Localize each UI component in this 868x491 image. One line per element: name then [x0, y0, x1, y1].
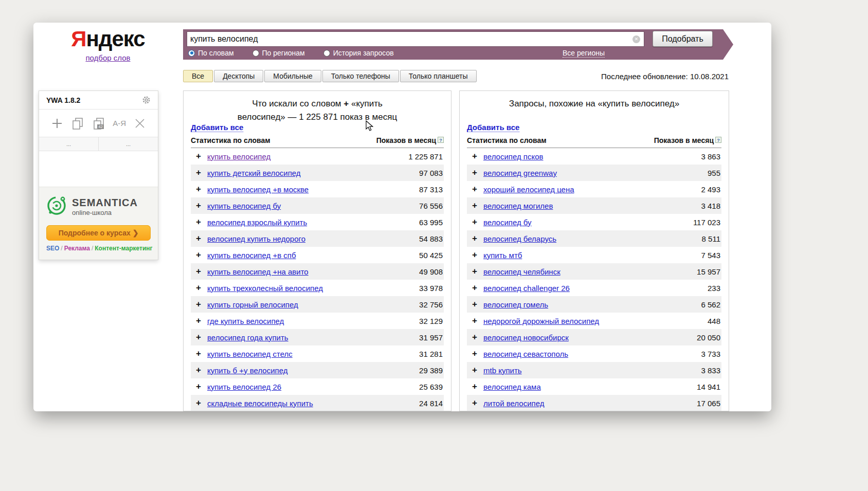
- impressions-value: 7 543: [701, 251, 720, 260]
- keyword-link[interactable]: велосипед greenway: [483, 169, 557, 177]
- add-term-button[interactable]: +: [192, 266, 207, 277]
- add-term-button[interactable]: +: [192, 217, 207, 227]
- add-term-button[interactable]: +: [468, 349, 483, 359]
- mode-history[interactable]: История запросов: [323, 49, 394, 57]
- add-term-button[interactable]: +: [192, 349, 207, 359]
- all-regions-link[interactable]: Все регионы: [563, 49, 605, 58]
- add-term-button[interactable]: +: [192, 332, 207, 342]
- search-button[interactable]: Подобрать: [653, 31, 713, 47]
- keyword-link[interactable]: где купить велосипед: [207, 317, 284, 325]
- add-term-button[interactable]: +: [192, 316, 207, 326]
- add-term-button[interactable]: +: [468, 365, 483, 375]
- keyword-link[interactable]: купить велосипед: [207, 152, 270, 161]
- add-term-button[interactable]: +: [468, 201, 483, 211]
- mode-by-regions[interactable]: По регионам: [252, 49, 305, 57]
- mode-by-words[interactable]: По словам: [188, 49, 234, 57]
- add-term-button[interactable]: +: [468, 332, 483, 342]
- copy-icon[interactable]: [71, 117, 84, 130]
- add-icon[interactable]: [51, 117, 63, 130]
- add-term-button[interactable]: +: [192, 365, 207, 375]
- tab-tablets-only[interactable]: Только планшеты: [400, 70, 477, 82]
- keyword-link[interactable]: купить велосипед бу: [207, 202, 281, 210]
- semantica-subtitle: online-школа: [72, 209, 138, 216]
- add-term-button[interactable]: +: [192, 184, 207, 194]
- keyword-link[interactable]: купить трехколесный велосипед: [207, 284, 323, 293]
- add-term-button[interactable]: +: [192, 201, 207, 211]
- keyword-link[interactable]: велосипед беларусь: [483, 234, 556, 243]
- clear-input-icon[interactable]: ✕: [632, 35, 640, 43]
- ywa-more-right[interactable]: ...: [99, 137, 158, 151]
- copy-with-count-icon[interactable]: 42: [92, 117, 105, 130]
- add-term-button[interactable]: +: [468, 151, 483, 161]
- keyword-link[interactable]: велосипед гомель: [483, 300, 548, 309]
- add-term-button[interactable]: +: [192, 283, 207, 293]
- add-term-button[interactable]: +: [468, 266, 483, 277]
- tab-desktops[interactable]: Десктопы: [214, 70, 263, 82]
- keyword-link[interactable]: mtb купить: [483, 366, 522, 375]
- keyword-link[interactable]: велосипед челябинск: [483, 267, 560, 276]
- keyword-link[interactable]: купить велосипед +в спб: [207, 251, 296, 260]
- impressions-value: 29 389: [419, 366, 443, 375]
- keyword-link[interactable]: купить мтб: [483, 251, 522, 260]
- radio-icon[interactable]: [188, 50, 195, 57]
- add-term-button[interactable]: +: [192, 151, 207, 161]
- keyword-link[interactable]: велосипед новосибирск: [483, 333, 569, 342]
- keyword-link[interactable]: купить б +у велосипед: [207, 366, 287, 375]
- ywa-more-left[interactable]: ...: [39, 137, 99, 151]
- tab-all[interactable]: Все: [183, 70, 213, 82]
- keyword-link[interactable]: складные велосипеды купить: [207, 399, 313, 408]
- add-all-link[interactable]: Добавить все: [191, 123, 243, 132]
- keyword-link[interactable]: велосипед севастополь: [483, 350, 568, 358]
- keyword-link[interactable]: велосипед купить недорого: [207, 234, 305, 243]
- help-icon[interactable]: ?: [438, 137, 444, 143]
- add-term-button[interactable]: +: [192, 299, 207, 310]
- keyword-link[interactable]: купить велосипед +в москве: [207, 185, 309, 194]
- add-term-button[interactable]: +: [468, 316, 483, 326]
- keyword-link[interactable]: велосипед года купить: [207, 333, 288, 342]
- add-term-button[interactable]: +: [192, 168, 207, 178]
- keyword-link[interactable]: недорогой дорожный велосипед: [483, 317, 599, 325]
- keyword-link[interactable]: купить детский велосипед: [207, 169, 301, 177]
- add-term-button[interactable]: +: [468, 299, 483, 310]
- add-term-button[interactable]: +: [468, 233, 483, 244]
- add-term-button[interactable]: +: [192, 250, 207, 260]
- tab-mobile[interactable]: Мобильные: [264, 70, 321, 82]
- add-all-link[interactable]: Добавить все: [467, 123, 519, 132]
- keyword-link[interactable]: купить горный велосипед: [207, 300, 298, 309]
- gear-icon[interactable]: [142, 96, 151, 104]
- tab-phones-only[interactable]: Только телефоны: [322, 70, 399, 82]
- table-row: + купить трехколесный велосипед 33 978: [191, 280, 444, 296]
- keyword-link[interactable]: хороший велосипед цена: [483, 185, 574, 194]
- keyword-link[interactable]: купить велосипед +на авито: [207, 267, 309, 276]
- seo-link[interactable]: SEO: [46, 245, 59, 252]
- keyword-link[interactable]: купить велосипед стелс: [207, 350, 293, 358]
- table-row: + купить велосипед 26 25 639: [191, 378, 444, 395]
- keyword-link[interactable]: велосипед могилев: [483, 202, 553, 210]
- keyword-link[interactable]: велосипед бу: [483, 218, 532, 227]
- add-term-button[interactable]: +: [468, 168, 483, 178]
- keyword-link[interactable]: велосипед кама: [483, 383, 541, 391]
- add-term-button[interactable]: +: [468, 184, 483, 194]
- add-term-button[interactable]: +: [192, 381, 207, 392]
- close-icon[interactable]: [134, 117, 146, 130]
- add-term-button[interactable]: +: [468, 283, 483, 293]
- keyword-link[interactable]: литой велосипед: [483, 399, 544, 408]
- courses-button[interactable]: Подробнее о курсах ❯: [46, 225, 151, 241]
- keyword-link[interactable]: велосипед взрослый купить: [207, 218, 307, 227]
- add-term-button[interactable]: +: [468, 217, 483, 227]
- wordstat-link[interactable]: подбор слов: [85, 53, 130, 62]
- add-term-button[interactable]: +: [192, 398, 207, 408]
- radio-icon[interactable]: [252, 50, 259, 57]
- content-marketing-link[interactable]: Контент-маркетинг: [95, 245, 152, 252]
- add-term-button[interactable]: +: [192, 233, 207, 244]
- keyword-link[interactable]: велосипед challenger 26: [483, 284, 570, 293]
- add-term-button[interactable]: +: [468, 381, 483, 392]
- keyword-link[interactable]: велосипед псков: [483, 152, 544, 161]
- radio-icon[interactable]: [323, 50, 330, 57]
- search-input[interactable]: [190, 32, 627, 46]
- help-icon[interactable]: ?: [715, 137, 721, 143]
- keyword-link[interactable]: купить велосипед 26: [207, 383, 281, 391]
- add-term-button[interactable]: +: [468, 398, 483, 408]
- add-term-button[interactable]: +: [468, 250, 483, 260]
- advert-link[interactable]: Реклама: [64, 245, 90, 252]
